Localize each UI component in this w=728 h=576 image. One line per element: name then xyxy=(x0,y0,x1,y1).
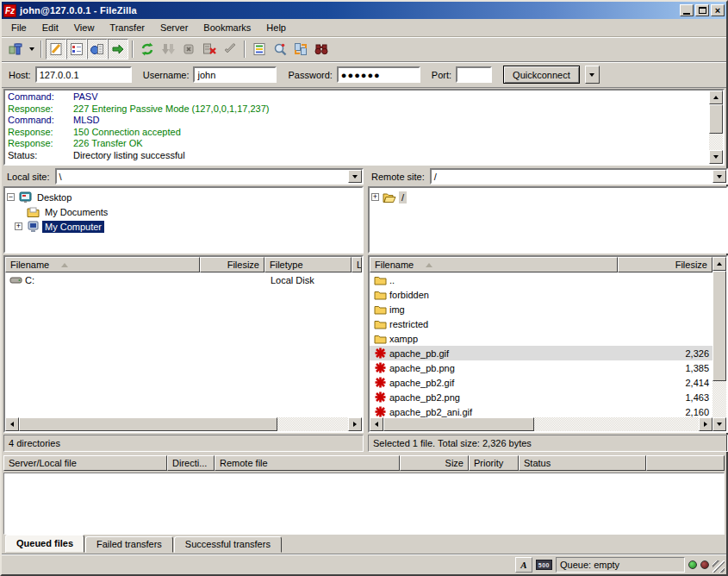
file-row[interactable]: apache_pb.png1,385 xyxy=(370,360,712,375)
disconnect-button[interactable] xyxy=(199,39,220,59)
file-row-selected[interactable]: apache_pb.gif2,326 xyxy=(370,346,712,360)
disconnect-icon xyxy=(202,41,217,57)
menu-transfer[interactable]: Transfer xyxy=(102,20,152,35)
transfer-type-icon[interactable]: A xyxy=(515,557,532,573)
queue-list[interactable] xyxy=(3,473,725,535)
scroll-up-button[interactable] xyxy=(712,257,726,271)
site-manager-dropdown[interactable] xyxy=(26,40,37,59)
remote-vscrollbar[interactable] xyxy=(712,257,726,431)
minimize-icon xyxy=(683,13,690,15)
resize-grip[interactable] xyxy=(712,560,725,573)
menu-file[interactable]: File xyxy=(3,20,34,35)
scroll-right-button[interactable] xyxy=(699,417,712,431)
cancel-button[interactable] xyxy=(178,39,199,59)
directory-comparison-button[interactable] xyxy=(270,39,290,59)
file-row[interactable]: img xyxy=(370,302,712,316)
column-header-filetype[interactable]: Filetype xyxy=(264,257,352,272)
scrollbar-thumb[interactable] xyxy=(383,417,534,431)
file-row[interactable]: apache_pb2.gif2,414 xyxy=(370,375,712,390)
toggle-local-tree-button[interactable] xyxy=(66,39,87,59)
file-row[interactable]: xampp xyxy=(370,331,712,346)
remote-hscrollbar[interactable] xyxy=(370,417,712,431)
local-site-combo[interactable]: \ xyxy=(55,168,364,185)
image-file-icon xyxy=(373,347,387,360)
port-input[interactable] xyxy=(456,66,492,83)
synchronized-browsing-button[interactable] xyxy=(290,39,311,59)
log-scrollbar[interactable] xyxy=(709,91,723,164)
remote-pane: Remote site: / + / Filename Filesize xyxy=(368,167,728,454)
titlebar[interactable]: Fz john@127.0.0.1 - FileZilla × xyxy=(2,2,726,19)
site-manager-button[interactable] xyxy=(5,39,26,59)
tree-item-root[interactable]: + / xyxy=(371,190,726,204)
menu-server[interactable]: Server xyxy=(152,20,196,35)
refresh-button[interactable] xyxy=(137,39,158,59)
file-row[interactable]: apache_pb2_ani.gif2,160 xyxy=(370,404,712,417)
column-header-filename[interactable]: Filename xyxy=(5,257,200,272)
expand-toggle-icon[interactable]: + xyxy=(15,222,22,230)
process-queue-button[interactable] xyxy=(158,39,178,59)
scrollbar-thumb[interactable] xyxy=(709,104,723,134)
column-header-filesize[interactable]: Filesize xyxy=(618,257,712,272)
drive-icon xyxy=(9,273,22,287)
toggle-message-log-button[interactable] xyxy=(46,39,66,59)
menu-view[interactable]: View xyxy=(66,20,103,35)
file-row[interactable]: .. xyxy=(370,272,712,287)
tree-item-my-computer[interactable]: + My Computer xyxy=(15,219,362,234)
minimize-button[interactable] xyxy=(680,4,694,16)
menu-edit[interactable]: Edit xyxy=(34,20,66,35)
app-logo-icon: Fz xyxy=(3,4,16,17)
process-queue-icon xyxy=(160,41,176,57)
column-header-lastmodified[interactable]: L xyxy=(352,257,362,272)
column-header-status[interactable]: Status xyxy=(519,455,646,471)
scroll-down-button[interactable] xyxy=(709,150,723,164)
menu-bookmarks[interactable]: Bookmarks xyxy=(196,20,258,35)
find-files-button[interactable] xyxy=(311,39,332,59)
file-row[interactable]: forbidden xyxy=(370,287,712,302)
column-header-priority[interactable]: Priority xyxy=(469,455,519,471)
scroll-down-button[interactable] xyxy=(712,417,726,431)
scroll-left-button[interactable] xyxy=(5,417,19,431)
username-input[interactable] xyxy=(193,66,277,83)
log-label: Command: xyxy=(8,91,73,103)
reconnect-button[interactable] xyxy=(220,39,240,59)
tab-queued-files[interactable]: Queued files xyxy=(5,535,84,553)
collapse-toggle-icon[interactable]: − xyxy=(7,193,15,201)
remote-site-combo[interactable]: / xyxy=(430,168,728,185)
toggle-transfer-queue-button[interactable] xyxy=(108,39,128,59)
scrollbar-thumb[interactable] xyxy=(712,271,726,381)
scroll-right-button[interactable] xyxy=(348,417,362,431)
scroll-up-button[interactable] xyxy=(709,91,723,104)
speed-limit-icon[interactable]: 500 xyxy=(536,560,552,570)
combo-dropdown-button[interactable] xyxy=(712,170,726,183)
combo-dropdown-button[interactable] xyxy=(348,170,362,183)
quickconnect-dropdown[interactable] xyxy=(585,66,600,84)
directory-filters-button[interactable] xyxy=(249,39,270,59)
port-label: Port: xyxy=(432,70,451,80)
column-header-server-local-file[interactable]: Server/Local file xyxy=(3,455,167,471)
local-hscrollbar[interactable] xyxy=(5,417,362,431)
tab-failed-transfers[interactable]: Failed transfers xyxy=(85,536,173,553)
menu-help[interactable]: Help xyxy=(258,20,294,35)
host-input[interactable] xyxy=(35,66,132,83)
tree-item-desktop[interactable]: − Desktop xyxy=(7,190,362,204)
password-input[interactable] xyxy=(337,66,420,83)
file-row[interactable]: restricted xyxy=(370,316,712,331)
tree-item-my-documents[interactable]: My Documents xyxy=(26,204,362,219)
expand-toggle-icon[interactable]: + xyxy=(371,193,379,201)
tab-successful-transfers[interactable]: Successful transfers xyxy=(174,536,282,553)
quickconnect-button[interactable]: Quickconnect xyxy=(503,66,580,84)
file-row[interactable]: apache_pb2.png1,463 xyxy=(370,390,712,404)
file-row-c-drive[interactable]: C: Local Disk xyxy=(5,272,362,287)
toggle-remote-tree-button[interactable] xyxy=(87,39,108,59)
scrollbar-thumb[interactable] xyxy=(19,417,277,431)
sort-ascending-icon xyxy=(426,263,432,267)
column-header-remote-file[interactable]: Remote file xyxy=(215,455,400,471)
column-header-filename[interactable]: Filename xyxy=(370,257,618,272)
column-header-size[interactable]: Size xyxy=(400,455,469,471)
window-title: john@127.0.0.1 - FileZilla xyxy=(20,5,680,16)
maximize-button[interactable] xyxy=(695,4,709,16)
scroll-left-button[interactable] xyxy=(370,417,383,431)
column-header-filesize[interactable]: Filesize xyxy=(200,257,264,272)
close-button[interactable]: × xyxy=(711,4,725,16)
column-header-direction[interactable]: Directi... xyxy=(167,455,215,471)
